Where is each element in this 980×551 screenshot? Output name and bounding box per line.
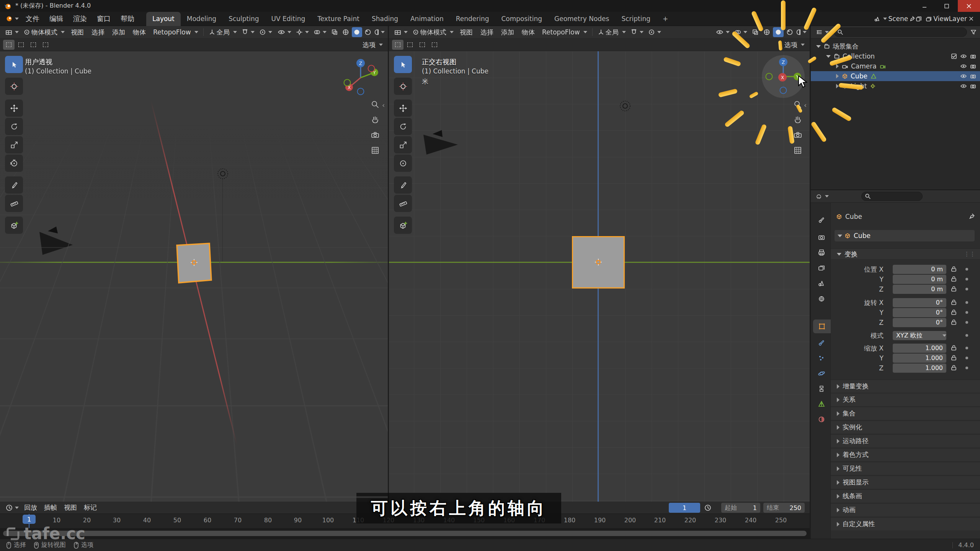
- pan-hand-icon[interactable]: [792, 114, 804, 126]
- scale-y-field[interactable]: 1.000: [893, 354, 946, 363]
- viewport-3d-right[interactable]: 物体模式 视图 选择 添加 物体 RetopoFlow 全局 选项: [389, 26, 810, 502]
- section-animation[interactable]: 动画: [831, 503, 980, 516]
- blender-menu-button[interactable]: [3, 13, 21, 24]
- options-dropdown[interactable]: 选项: [359, 39, 385, 50]
- select-mode-subtract[interactable]: [416, 40, 428, 50]
- lock-icon[interactable]: [951, 365, 957, 372]
- lock-icon[interactable]: [951, 345, 957, 352]
- scrollbar-handle[interactable]: [3, 531, 807, 536]
- workspace-tab-layout[interactable]: Layout: [146, 12, 181, 26]
- addon-menu-retopoflow[interactable]: RetopoFlow: [150, 27, 200, 37]
- pan-hand-icon[interactable]: [369, 114, 381, 126]
- camera-object[interactable]: [36, 225, 82, 259]
- collapse-chevron[interactable]: ‹: [382, 101, 385, 109]
- rotation-x-field[interactable]: 0°: [893, 298, 946, 307]
- animate-dot[interactable]: [965, 367, 968, 369]
- gizmos-dropdown[interactable]: [294, 27, 311, 37]
- animate-dot[interactable]: [965, 311, 968, 314]
- section-collections[interactable]: 集合: [831, 407, 980, 420]
- editor-type-button[interactable]: [392, 27, 410, 37]
- zoom-icon[interactable]: [369, 99, 381, 110]
- viewport-3d-left[interactable]: 物体模式 视图 选择 添加 物体 RetopoFlow 全局 选项: [0, 26, 388, 502]
- hide-eye-icon[interactable]: [960, 83, 967, 89]
- workspace-tab-shading[interactable]: Shading: [366, 12, 404, 26]
- overlays-dropdown[interactable]: [312, 27, 328, 37]
- tab-world[interactable]: [813, 292, 830, 305]
- rotation-y-field[interactable]: 0°: [893, 308, 946, 317]
- pin-icon[interactable]: [909, 16, 915, 22]
- select-mode-subtract[interactable]: [28, 40, 39, 50]
- menu-window[interactable]: 窗口: [92, 14, 116, 23]
- add-workspace-button[interactable]: +: [657, 12, 674, 26]
- visibility-dropdown[interactable]: [276, 27, 293, 37]
- animate-dot[interactable]: [965, 334, 968, 337]
- maximize-button[interactable]: [936, 0, 958, 12]
- scale-x-field[interactable]: 1.000: [893, 344, 946, 353]
- animate-dot[interactable]: [965, 278, 968, 280]
- workspace-tab-compositing[interactable]: Compositing: [495, 12, 548, 26]
- menu-marker[interactable]: 标记: [80, 503, 100, 512]
- lock-icon[interactable]: [951, 355, 957, 362]
- tool-transform[interactable]: [394, 155, 412, 172]
- menu-select[interactable]: 选择: [477, 28, 497, 37]
- menu-render[interactable]: 渲染: [68, 14, 92, 23]
- menu-view[interactable]: 视图: [456, 28, 476, 37]
- light-object[interactable]: [617, 98, 633, 114]
- tab-constraints[interactable]: [813, 382, 830, 396]
- animate-dot[interactable]: [965, 357, 968, 359]
- section-visibility[interactable]: 可见性: [831, 462, 980, 475]
- tool-transform[interactable]: [5, 155, 23, 172]
- breadcrumb-object[interactable]: Cube: [845, 213, 862, 220]
- section-relations[interactable]: 关系: [831, 393, 980, 406]
- location-x-field[interactable]: 0 m: [893, 265, 946, 274]
- transform-panel-header[interactable]: 变换 ⋮⋮: [831, 248, 980, 260]
- lock-icon[interactable]: [951, 319, 957, 327]
- workspace-tab-sculpting[interactable]: Sculpting: [222, 12, 265, 26]
- pin-icon[interactable]: [969, 213, 975, 220]
- playhead-marker[interactable]: 1: [23, 515, 36, 524]
- camera-view-icon[interactable]: [369, 129, 381, 141]
- tab-view-layer[interactable]: [813, 261, 830, 275]
- outliner-row-light[interactable]: Light: [811, 81, 980, 91]
- select-mode-intersect[interactable]: [429, 40, 440, 50]
- rotation-z-field[interactable]: 0°: [893, 318, 946, 327]
- section-shading[interactable]: 着色方式: [831, 448, 980, 461]
- tool-move[interactable]: [394, 99, 412, 117]
- outliner-row-scene-collection[interactable]: 场景集合: [811, 41, 980, 51]
- shading-material-button[interactable]: [363, 27, 373, 37]
- menu-edit[interactable]: 编辑: [44, 14, 68, 23]
- workspace-tab-scripting[interactable]: Scripting: [615, 12, 657, 26]
- section-instancing[interactable]: 实例化: [831, 421, 980, 434]
- tool-rotate[interactable]: [394, 118, 412, 135]
- select-mode-extend[interactable]: [15, 40, 27, 50]
- tool-cursor[interactable]: [5, 78, 23, 95]
- shading-solid-button[interactable]: [352, 27, 362, 37]
- section-delta-transform[interactable]: 增量变换: [831, 380, 980, 393]
- scale-z-field[interactable]: 1.000: [893, 364, 946, 373]
- filter-icon[interactable]: [970, 29, 977, 36]
- tab-render[interactable]: [813, 230, 830, 244]
- light-object[interactable]: [215, 166, 230, 181]
- select-mode-set[interactable]: [392, 40, 403, 50]
- menu-select[interactable]: 选择: [88, 28, 108, 37]
- tab-material[interactable]: [813, 412, 830, 426]
- navigation-gizmo[interactable]: Z Y X: [338, 55, 384, 101]
- menu-object[interactable]: 物体: [129, 28, 149, 37]
- section-viewport-display[interactable]: 视图显示: [831, 476, 980, 489]
- tool-rotate[interactable]: [5, 118, 23, 135]
- disable-render-icon[interactable]: [970, 63, 976, 69]
- minimize-button[interactable]: [913, 0, 936, 12]
- tool-cursor[interactable]: [394, 78, 412, 95]
- menu-help[interactable]: 帮助: [116, 14, 139, 23]
- tab-output[interactable]: [813, 246, 830, 259]
- tool-measure[interactable]: [394, 195, 412, 212]
- editor-type-button[interactable]: [3, 27, 21, 37]
- hide-eye-icon[interactable]: [960, 53, 967, 59]
- menu-add[interactable]: 添加: [109, 28, 129, 37]
- lock-icon[interactable]: [951, 299, 957, 307]
- lock-icon[interactable]: [951, 266, 957, 274]
- tab-particles[interactable]: [813, 351, 830, 365]
- animate-dot[interactable]: [965, 347, 968, 349]
- grid-ortho-icon[interactable]: [369, 145, 381, 156]
- section-custom-properties[interactable]: 自定义属性: [831, 517, 980, 530]
